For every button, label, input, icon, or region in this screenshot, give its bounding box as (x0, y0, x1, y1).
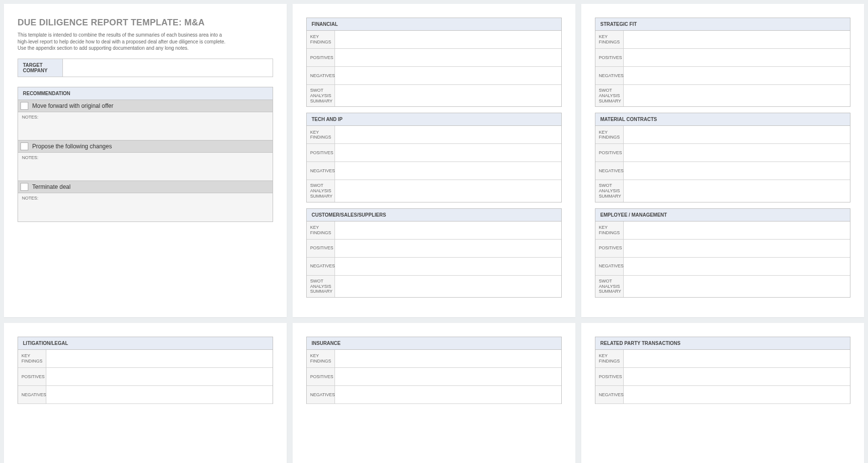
row-value[interactable] (624, 221, 850, 239)
rec-option-forward: Move forward with original offer (18, 100, 273, 112)
row-value[interactable] (624, 126, 850, 143)
row-key-findings: KEY FINDINGS (18, 350, 46, 367)
recommendation-header: RECOMMENDATION (18, 87, 273, 100)
row-key-findings: KEY FINDINGS (307, 31, 335, 48)
row-swot: SWOT ANALYSIS SUMMARY (307, 85, 335, 106)
row-positives: POSITIVES (307, 368, 335, 385)
page-litigation: LITIGATION/LEGAL KEY FINDINGS POSITIVES … (4, 323, 287, 463)
row-positives: POSITIVES (307, 144, 335, 161)
row-value[interactable] (335, 180, 561, 201)
row-negatives: NEGATIVES (595, 162, 624, 180)
notes-block-terminate[interactable]: NOTES: (18, 193, 273, 221)
rec-option-terminate: Terminate deal (18, 181, 273, 193)
page-col3: STRATEGIC FIT KEY FINDINGS POSITIVES NEG… (581, 4, 864, 317)
row-value[interactable] (335, 85, 561, 106)
document-title: DUE DILIGENCE REPORT TEMPLATE: M&A (18, 18, 273, 28)
row-value[interactable] (335, 144, 561, 161)
row-value[interactable] (46, 368, 273, 385)
rec-label-forward: Move forward with original offer (32, 102, 114, 109)
row-value[interactable] (624, 240, 850, 257)
section-header: LITIGATION/LEGAL (18, 337, 273, 350)
row-value[interactable] (335, 126, 561, 143)
row-key-findings: KEY FINDINGS (307, 221, 335, 239)
row-value[interactable] (335, 276, 561, 297)
row-negatives: NEGATIVES (595, 67, 624, 84)
row-value[interactable] (335, 49, 561, 66)
row-value[interactable] (624, 162, 850, 180)
notes-label: NOTES: (22, 155, 269, 160)
section-header: RELATED PARTY TRANSACTIONS (595, 337, 850, 350)
row-positives: POSITIVES (595, 49, 624, 66)
row-value[interactable] (624, 258, 850, 275)
page-related: RELATED PARTY TRANSACTIONS KEY FINDINGS … (581, 323, 864, 463)
row-value[interactable] (335, 386, 561, 403)
target-company-row: TARGET COMPANY (18, 59, 273, 77)
notes-block-changes[interactable]: NOTES: (18, 153, 273, 181)
row-swot: SWOT ANALYSIS SUMMARY (595, 85, 624, 106)
section-financial: FINANCIAL KEY FINDINGS POSITIVES NEGATIV… (306, 18, 562, 107)
row-value[interactable] (624, 67, 850, 84)
row-value[interactable] (335, 258, 561, 275)
recommendation-box: RECOMMENDATION Move forward with origina… (18, 87, 273, 222)
row-negatives: NEGATIVES (18, 386, 46, 403)
intro-text: This template is intended to combine the… (18, 32, 232, 52)
row-value[interactable] (624, 31, 850, 48)
row-value[interactable] (624, 180, 850, 201)
rec-checkbox-changes[interactable] (20, 142, 28, 150)
row-value[interactable] (624, 368, 850, 385)
row-value[interactable] (46, 386, 273, 403)
target-company-label: TARGET COMPANY (18, 59, 63, 77)
row-positives: POSITIVES (595, 368, 624, 385)
notes-block-forward[interactable]: NOTES: (18, 112, 273, 141)
row-swot: SWOT ANALYSIS SUMMARY (595, 180, 624, 201)
row-key-findings: KEY FINDINGS (595, 221, 624, 239)
row-value[interactable] (624, 144, 850, 161)
row-negatives: NEGATIVES (307, 386, 335, 403)
section-related: RELATED PARTY TRANSACTIONS KEY FINDINGS … (595, 337, 850, 404)
section-insurance: INSURANCE KEY FINDINGS POSITIVES NEGATIV… (306, 337, 562, 404)
section-header: INSURANCE (307, 337, 561, 350)
rec-label-changes: Propose the following changes (32, 143, 112, 150)
row-key-findings: KEY FINDINGS (307, 126, 335, 143)
page-insurance: INSURANCE KEY FINDINGS POSITIVES NEGATIV… (293, 323, 575, 463)
section-litigation: LITIGATION/LEGAL KEY FINDINGS POSITIVES … (18, 337, 273, 404)
page-intro: DUE DILIGENCE REPORT TEMPLATE: M&A This … (4, 4, 287, 317)
target-company-input[interactable] (63, 59, 273, 77)
section-strategic: STRATEGIC FIT KEY FINDINGS POSITIVES NEG… (595, 18, 850, 107)
row-value[interactable] (335, 240, 561, 257)
row-value[interactable] (46, 350, 273, 367)
notes-label: NOTES: (22, 115, 269, 120)
section-header: TECH AND IP (307, 113, 561, 126)
row-positives: POSITIVES (307, 240, 335, 257)
row-value[interactable] (624, 350, 850, 367)
row-value[interactable] (335, 368, 561, 385)
rec-checkbox-terminate[interactable] (20, 183, 28, 191)
section-header: MATERIAL CONTRACTS (595, 113, 850, 126)
row-value[interactable] (335, 350, 561, 367)
section-customer: CUSTOMER/SALES/SUPPLIERS KEY FINDINGS PO… (306, 208, 562, 298)
row-value[interactable] (624, 386, 850, 403)
rec-option-changes: Propose the following changes (18, 141, 273, 153)
row-negatives: NEGATIVES (307, 67, 335, 84)
section-header: CUSTOMER/SALES/SUPPLIERS (307, 209, 561, 221)
rec-checkbox-forward[interactable] (20, 102, 28, 110)
row-value[interactable] (624, 85, 850, 106)
row-positives: POSITIVES (18, 368, 46, 385)
rec-label-terminate: Terminate deal (32, 183, 71, 190)
row-value[interactable] (335, 162, 561, 180)
row-negatives: NEGATIVES (595, 258, 624, 275)
row-positives: POSITIVES (595, 144, 624, 161)
row-key-findings: KEY FINDINGS (307, 350, 335, 367)
notes-label: NOTES: (22, 196, 269, 201)
row-value[interactable] (335, 67, 561, 84)
row-swot: SWOT ANALYSIS SUMMARY (595, 276, 624, 297)
section-material: MATERIAL CONTRACTS KEY FINDINGS POSITIVE… (595, 113, 850, 202)
row-negatives: NEGATIVES (595, 386, 624, 403)
row-value[interactable] (624, 276, 850, 297)
row-negatives: NEGATIVES (307, 162, 335, 180)
row-key-findings: KEY FINDINGS (595, 126, 624, 143)
row-value[interactable] (335, 221, 561, 239)
row-value[interactable] (335, 31, 561, 48)
section-header: STRATEGIC FIT (595, 18, 850, 31)
row-value[interactable] (624, 49, 850, 66)
